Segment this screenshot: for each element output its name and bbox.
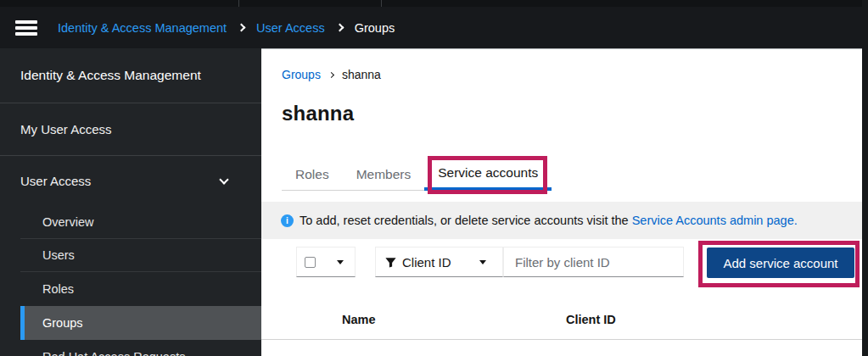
sidebar-item-my-user-access[interactable]: My User Access [0, 103, 261, 156]
tab-separator [238, 0, 239, 7]
sidebar-item-user-access[interactable]: User Access [0, 156, 261, 206]
sidebar-item-access-requests[interactable]: Red Hat Access Requests [20, 340, 261, 356]
browser-tab-strip [0, 0, 868, 7]
breadcrumb-link-iam[interactable]: Identity & Access Management [58, 21, 227, 35]
breadcrumb-current-shanna: shanna [342, 68, 381, 81]
service-accounts-admin-link[interactable]: Service Accounts admin page. [632, 214, 798, 227]
search-field[interactable] [503, 247, 684, 277]
toolbar: Client ID Add service account [261, 247, 862, 277]
info-alert: i To add, reset credentials, or delete s… [261, 202, 862, 239]
info-icon: i [281, 214, 294, 227]
masthead: Identity & Access Management User Access… [0, 7, 868, 48]
sidebar-item-groups[interactable]: Groups [20, 306, 261, 340]
sidebar-item-roles[interactable]: Roles [20, 272, 261, 306]
sidebar-item-overview[interactable]: Overview [20, 206, 261, 239]
tab-members[interactable]: Members [343, 159, 425, 191]
sidebar-title: Identity & Access Management [0, 48, 261, 103]
sidebar-item-users[interactable]: Users [20, 239, 261, 272]
filter-attribute-dropdown[interactable]: Client ID [375, 247, 503, 277]
tabs: Roles Members Service accounts [282, 159, 552, 191]
chevron-right-icon [335, 24, 344, 32]
hamburger-icon [15, 26, 37, 30]
hamburger-icon [15, 20, 37, 24]
chevron-right-icon [238, 24, 246, 32]
masthead-breadcrumb: Identity & Access Management User Access… [58, 21, 395, 35]
sidebar-item-label: User Access [20, 174, 91, 188]
tab-service-accounts[interactable]: Service accounts [424, 159, 552, 191]
tab-roles[interactable]: Roles [282, 159, 343, 191]
breadcrumb-link-user-access[interactable]: User Access [256, 21, 325, 35]
page-title: shanna [282, 102, 354, 125]
app-window: Identity & Access Management User Access… [0, 0, 868, 356]
caret-down-icon [479, 260, 486, 264]
sidebar-sublist: Overview Users Roles Groups Red Hat Acce… [0, 206, 261, 356]
filter-funnel-icon [385, 257, 396, 268]
bulk-select-dropdown[interactable] [296, 247, 356, 277]
add-service-account-button[interactable]: Add service account [707, 248, 854, 278]
content-breadcrumb: Groups shanna [282, 68, 381, 81]
hamburger-icon [15, 32, 37, 36]
breadcrumb-link-groups[interactable]: Groups [282, 68, 321, 81]
filter-attribute-label: Client ID [402, 255, 451, 270]
chevron-right-icon [328, 71, 334, 77]
column-header-client-id: Client ID [566, 313, 616, 326]
window-edge [862, 0, 868, 356]
tab-separator [381, 0, 382, 7]
alert-text: To add, reset credentials, or delete ser… [300, 214, 629, 227]
table-header-row: Name Client ID [261, 299, 862, 340]
menu-toggle-button[interactable] [15, 20, 37, 36]
sidebar-nav: Identity & Access Management My User Acc… [0, 48, 261, 356]
caret-down-icon [337, 260, 344, 264]
breadcrumb-current-groups: Groups [355, 21, 395, 35]
column-header-name: Name [342, 313, 376, 326]
chevron-down-icon [219, 175, 228, 184]
main-content: Groups shanna shanna Roles Members Servi… [261, 48, 862, 356]
select-all-checkbox[interactable] [305, 257, 316, 268]
search-input[interactable] [515, 255, 684, 270]
tab-label: Service accounts [438, 165, 538, 181]
